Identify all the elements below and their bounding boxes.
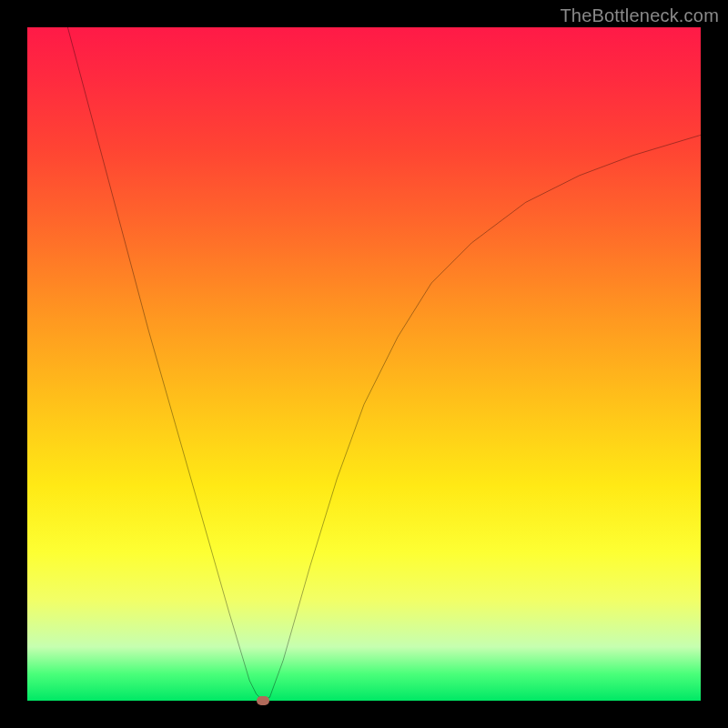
chart-frame: TheBottleneck.com [0,0,728,728]
optimal-point-marker [257,696,269,705]
curve-svg [27,27,701,701]
plot-area [27,27,701,701]
bottleneck-curve [67,27,701,701]
watermark-text: TheBottleneck.com [560,5,719,26]
